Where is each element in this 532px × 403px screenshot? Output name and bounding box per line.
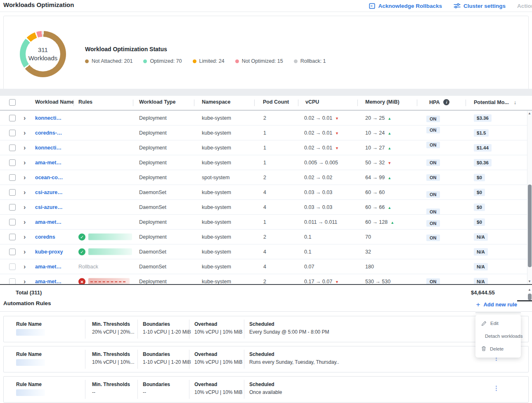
table-row: › ama-met… ✓ × Deployment kube-system 1 <box>0 215 532 230</box>
column-header-namespace[interactable]: Namespace <box>202 99 231 105</box>
row-checkbox[interactable] <box>9 145 16 151</box>
menu-item-detach-workloads[interactable]: Detach workloads <box>475 333 521 339</box>
table-scrollbar-thumb[interactable] <box>528 185 532 267</box>
row-checkbox[interactable] <box>9 159 16 166</box>
row-expand-chevron[interactable]: › <box>24 248 26 256</box>
scroll-down-icon[interactable]: ▼ <box>528 280 531 283</box>
row-checkbox[interactable] <box>9 219 16 225</box>
workload-name-link[interactable]: konnecti… <box>35 115 61 121</box>
acknowledge-rollbacks-button[interactable]: Acknowledge Rollbacks <box>369 3 442 9</box>
cluster-settings-label: Cluster settings <box>463 3 506 9</box>
vcpu-cell: 0.02 → 0.01▼ <box>304 145 339 151</box>
row-expand-chevron[interactable]: › <box>24 233 26 241</box>
column-header-rules[interactable]: Rules <box>78 99 92 105</box>
menu-item-edit[interactable]: Edit <box>475 321 521 326</box>
row-checkbox[interactable] <box>9 189 16 196</box>
cluster-settings-button[interactable]: Cluster settings <box>454 3 506 9</box>
total-potential-value: $4,644.55 <box>471 289 495 296</box>
automation-rule-card: Rule Name Min. Thresholds 10% vCPU | 10%… <box>3 346 529 372</box>
row-checkbox[interactable] <box>9 115 16 121</box>
row-checkbox[interactable] <box>9 249 16 255</box>
row-expand-chevron[interactable]: › <box>24 218 26 226</box>
row-expand-chevron[interactable]: › <box>24 129 26 137</box>
horizontal-scrollbar-fragment[interactable] <box>517 300 532 301</box>
pod-count-cell: 4 <box>263 190 266 195</box>
workload-name-link[interactable]: konnecti… <box>35 145 61 151</box>
scroll-up-icon[interactable]: ▲ <box>528 111 531 115</box>
row-checkbox[interactable] <box>9 263 16 270</box>
column-header-memory[interactable]: Memory (MiB) <box>365 99 400 105</box>
row-checkbox[interactable] <box>9 234 16 240</box>
workload-name-link[interactable]: ama-met… <box>35 279 61 284</box>
row-checkbox[interactable] <box>9 204 16 211</box>
namespace-cell: kube-system <box>202 249 231 255</box>
row-expand-chevron[interactable]: › <box>24 114 26 122</box>
pod-count-cell: 4 <box>263 204 266 210</box>
row-expand-chevron[interactable]: › <box>24 204 26 211</box>
workload-name-link[interactable]: ama-met… <box>35 160 61 166</box>
rule-name-redacted <box>16 359 45 366</box>
delete-label: Delete <box>490 346 504 351</box>
row-expand-chevron[interactable]: › <box>24 144 26 152</box>
actions-label: Action <box>517 3 532 9</box>
row-expand-chevron[interactable]: › <box>24 159 26 166</box>
memory-value: 32 <box>365 249 371 255</box>
hpa-cell: ON <box>426 220 440 227</box>
workload-name-link[interactable]: coredns-… <box>35 130 62 136</box>
pod-count-cell: 1 <box>263 160 266 166</box>
column-header-workload-name[interactable]: Workload Name <box>35 99 74 105</box>
overhead-column: Overhead 10% vCPU | 10% MiB <box>194 382 243 395</box>
rule-menu-button[interactable] <box>496 386 497 391</box>
workload-name-link[interactable]: ocean-co… <box>35 175 63 180</box>
column-header-workload-type[interactable]: Workload Type <box>139 99 175 105</box>
workload-name-link[interactable]: coredns <box>35 234 55 240</box>
memory-cell: 50 → 32▼ <box>365 160 391 166</box>
vcpu-trend-icon: ▼ <box>335 280 339 284</box>
workload-name-link[interactable]: csi-azure… <box>35 204 63 210</box>
potential-savings-cell: N/A <box>474 263 488 270</box>
acknowledge-rollbacks-label: Acknowledge Rollbacks <box>378 3 442 9</box>
rule-card-separator <box>85 380 85 399</box>
hpa-on-badge: ON <box>426 191 440 198</box>
memory-value: 10 → 27 <box>365 145 385 151</box>
workload-type-cell: Deployment <box>139 115 167 121</box>
column-header-vcpu[interactable]: vCPU <box>305 99 319 105</box>
vcpu-value: 0.1 <box>304 234 311 240</box>
rule-card-separator <box>137 320 138 339</box>
row-checkbox[interactable] <box>9 130 16 136</box>
workload-name-link[interactable]: ama-met… <box>35 264 61 270</box>
workload-name-link[interactable]: ama-met… <box>35 219 61 225</box>
column-header-pod-count[interactable]: Pod Count <box>263 99 289 105</box>
hpa-on-badge: ON <box>426 116 440 122</box>
select-all-checkbox[interactable] <box>9 99 16 106</box>
min-thresholds-value: 10% vCPU | 10%... <box>92 359 135 365</box>
scroll-up-icon[interactable]: ▲ <box>528 288 531 292</box>
add-new-rule-button[interactable]: + Add new rule <box>476 301 517 308</box>
column-header-potential-savings[interactable]: Potential Mo... ↓ <box>474 99 516 105</box>
memory-trend-icon: ▲ <box>388 116 391 121</box>
vcpu-value: 0.005 → 0.005 <box>304 160 338 166</box>
row-expand-chevron[interactable]: › <box>24 263 26 270</box>
table-total-row: Total (311) $4,644.55 <box>0 285 532 301</box>
memory-trend-icon: ▲ <box>388 146 391 150</box>
memory-cell: 530 → 530 <box>365 279 390 284</box>
rule-card-separator <box>137 350 138 369</box>
memory-cell: 10 → 27▲ <box>365 145 391 151</box>
workload-name-link[interactable]: kube-proxy <box>35 249 63 255</box>
actions-button[interactable]: Action <box>517 3 532 9</box>
pod-count-cell: 4 <box>263 249 266 255</box>
vcpu-value: 0.03 → 0.03 <box>304 190 332 195</box>
memory-value: 10 → 24 <box>365 130 385 136</box>
workload-name-link[interactable]: csi-azure… <box>35 190 63 195</box>
workloads-optimization-page: Workloads Optimization Acknowledge Rollb… <box>0 0 532 403</box>
min-thresholds-label: Min. Thresholds <box>92 321 135 327</box>
row-checkbox[interactable] <box>9 174 16 181</box>
hpa-info-icon[interactable]: i <box>443 99 449 105</box>
column-header-hpa[interactable]: HPA i <box>429 99 449 105</box>
page-scrollbar-thumb[interactable] <box>528 294 532 300</box>
row-expand-chevron[interactable]: › <box>24 189 26 196</box>
row-expand-chevron[interactable]: › <box>24 174 26 181</box>
menu-top-divider <box>475 313 521 313</box>
menu-item-delete[interactable]: Delete <box>475 346 521 351</box>
potential-savings-badge: $0 <box>474 189 485 196</box>
